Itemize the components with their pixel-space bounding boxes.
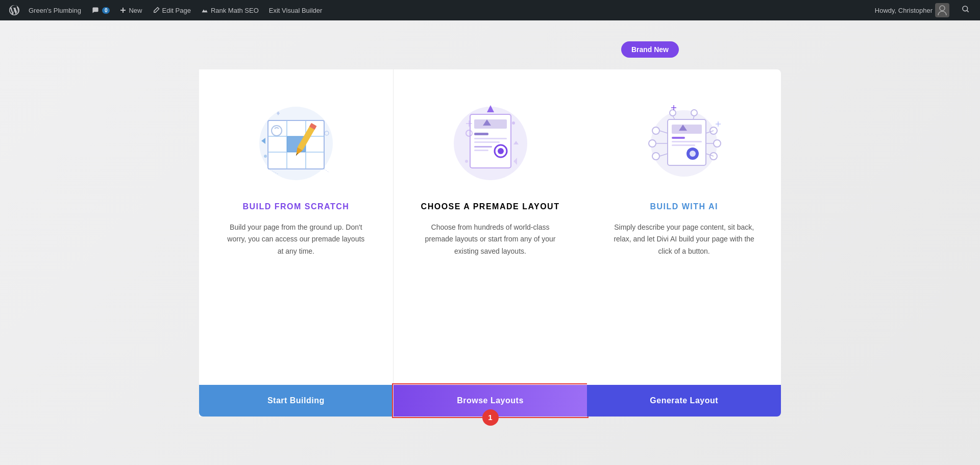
ai-button-wrap: Generate Layout [587,385,781,417]
svg-rect-0 [935,3,949,17]
search-button[interactable] [958,5,974,15]
edit-page-item[interactable]: Edit Page [149,0,195,20]
card-premade-inner: CHOOSE A PREMADE LAYOUT Choose from hund… [414,95,567,385]
generate-layout-button[interactable]: Generate Layout [587,385,781,417]
adminbar-right: Howdy, Christopher [871,0,974,20]
scratch-title: BUILD FROM SCRATCH [242,202,349,211]
svg-point-48 [652,127,659,134]
svg-rect-43 [672,137,685,139]
card-scratch-inner: BUILD FROM SCRATCH Build your page from … [219,95,373,385]
svg-line-19 [324,169,329,173]
svg-point-35 [465,160,468,163]
premade-illustration [434,95,547,187]
scratch-illustration [240,95,352,187]
exit-builder-item[interactable]: Exit Visual Builder [265,0,327,20]
svg-point-1 [963,6,968,11]
svg-point-50 [649,140,656,147]
site-name[interactable]: Green's Plumbing [24,0,85,20]
svg-rect-26 [474,141,500,143]
wp-logo[interactable] [6,0,22,20]
premade-description: Choose from hundreds of world-class prem… [419,222,562,258]
card-premade: CHOOSE A PREMADE LAYOUT Choose from hund… [394,69,587,417]
svg-rect-44 [672,141,702,142]
new-item[interactable]: New [116,0,146,20]
admin-bar: Green's Plumbing 0 New Edit Page Rank Ma… [0,0,980,20]
ai-description: Simply describe your page content, sit b… [612,222,755,258]
svg-rect-22 [474,119,507,129]
comments-item[interactable]: 0 [87,0,114,20]
svg-point-56 [714,140,721,147]
card-ai: ✦ BUILD WITH AI Simply describe your pag… [587,69,781,417]
ai-title: BUILD WITH AI [650,202,718,211]
svg-rect-29 [474,146,492,148]
comment-count: 0 [102,7,110,14]
card-scratch: BUILD FROM SCRATCH Build your page from … [199,69,394,417]
svg-point-62 [691,110,697,116]
svg-rect-41 [672,125,702,134]
main-content: Brand New [0,20,980,465]
svg-point-60 [670,110,676,116]
svg-rect-25 [474,138,507,139]
svg-point-33 [512,121,515,125]
premade-button-wrap: Browse Layouts 1 [394,385,587,417]
svg-point-16 [264,155,267,158]
cards-container: Brand New [199,69,781,417]
svg-rect-45 [672,144,695,146]
howdy-item[interactable]: Howdy, Christopher [871,0,953,20]
notification-badge: 1 [482,409,499,426]
svg-rect-24 [474,133,488,135]
svg-point-28 [498,148,504,154]
svg-point-52 [652,153,659,160]
premade-title: CHOOSE A PREMADE LAYOUT [421,202,560,211]
start-building-button[interactable]: Start Building [199,385,393,417]
scratch-button-wrap: Start Building [199,385,393,417]
brand-new-badge: Brand New [621,41,679,58]
rank-math-item[interactable]: Rank Math SEO [197,0,263,20]
scratch-description: Build your page from the ground up. Don'… [225,222,368,258]
svg-point-47 [690,151,696,157]
card-ai-inner: ✦ BUILD WITH AI Simply describe your pag… [607,95,761,385]
ai-illustration: ✦ [628,95,740,187]
svg-rect-30 [474,150,488,151]
